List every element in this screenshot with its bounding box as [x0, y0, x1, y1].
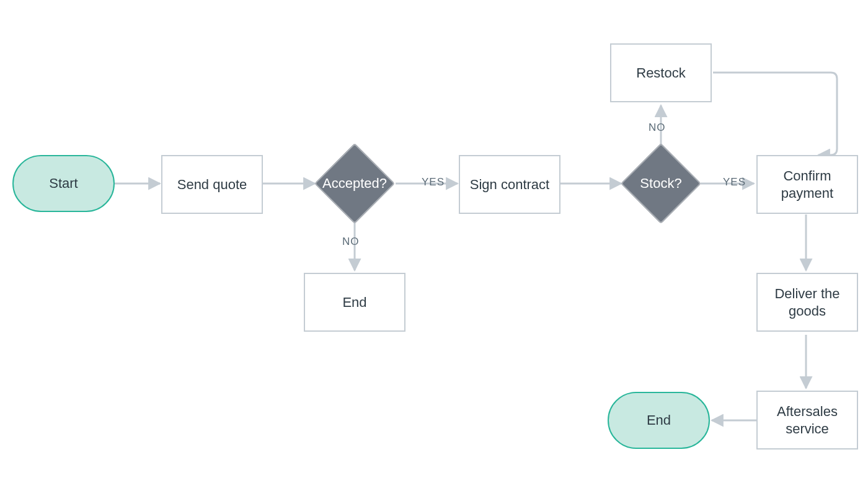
node-label: Deliver the goods — [761, 285, 853, 319]
decision-accepted: Accepted? — [326, 155, 383, 212]
node-label: Accepted? — [322, 175, 387, 192]
node-label: Aftersales service — [761, 403, 853, 437]
node-label: Start — [49, 175, 78, 192]
edge-label-accepted-no: NO — [342, 236, 360, 248]
flowchart-canvas: Start Send quote Accepted? YES NO End Si… — [0, 0, 868, 496]
node-label: Sign contract — [470, 176, 549, 193]
edge-label-stock-no: NO — [649, 122, 666, 134]
terminator-start: Start — [12, 155, 115, 212]
process-confirm-payment: Confirm payment — [756, 155, 858, 214]
node-label: End — [342, 294, 366, 311]
node-label: Restock — [636, 64, 685, 82]
node-label: Send quote — [177, 176, 247, 193]
node-label: Stock? — [640, 175, 681, 192]
node-label: Confirm payment — [761, 167, 853, 202]
process-end-1: End — [304, 273, 405, 332]
edge-label-accepted-yes: YES — [422, 176, 445, 188]
arrows-layer — [0, 0, 868, 496]
decision-stock: Stock? — [632, 155, 689, 212]
process-restock: Restock — [610, 43, 712, 102]
terminator-end: End — [608, 392, 710, 449]
edge-label-stock-yes: YES — [723, 176, 746, 188]
process-aftersales: Aftersales service — [756, 391, 858, 450]
process-sign-contract: Sign contract — [459, 155, 560, 214]
node-label: End — [647, 412, 671, 429]
process-deliver-goods: Deliver the goods — [756, 273, 858, 332]
process-send-quote: Send quote — [161, 155, 263, 214]
